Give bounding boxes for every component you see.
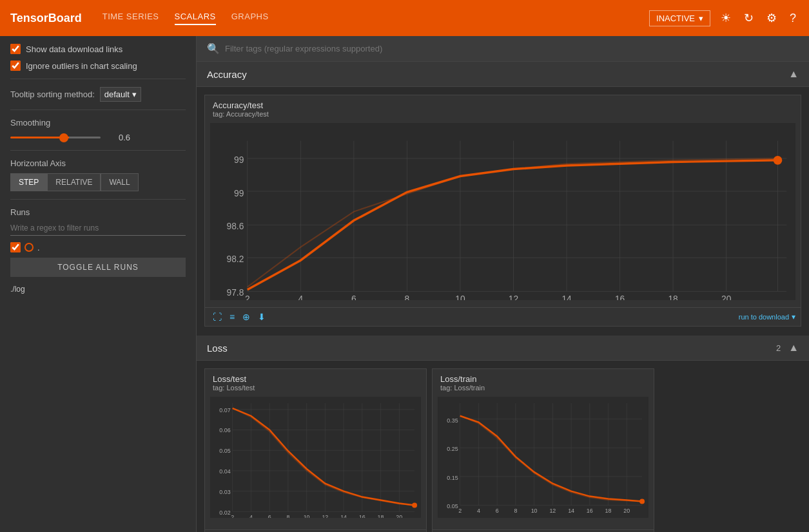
- svg-text:10: 10: [455, 294, 465, 300]
- nav-links: TIME SERIES SCALARS GRAPHS: [102, 12, 629, 25]
- main-content: 🔍 Accuracy ▲ Accuracy/test tag: Accuracy…: [197, 36, 809, 532]
- svg-text:0.25: 0.25: [447, 446, 458, 452]
- svg-text:20: 20: [623, 508, 630, 514]
- accuracy-test-svg: 97.8 98.2 98.6 99 99: [210, 123, 795, 300]
- accuracy-test-tag: tag: Accuracy/test: [213, 110, 793, 118]
- svg-text:14: 14: [340, 514, 347, 518]
- smoothing-label: Smoothing: [10, 118, 186, 128]
- nav-graphs[interactable]: GRAPHS: [231, 12, 269, 25]
- smoothing-slider[interactable]: [10, 137, 101, 138]
- refresh-icon-btn[interactable]: ↻: [741, 8, 756, 28]
- inactive-dropdown[interactable]: INACTIVE ▾: [649, 10, 710, 26]
- toggle-all-runs-btn[interactable]: TOGGLE ALL RUNS: [10, 258, 186, 277]
- svg-text:0.05: 0.05: [219, 448, 230, 454]
- run-item-row: .: [10, 242, 186, 252]
- accuracy-collapse-icon: ▲: [788, 68, 799, 80]
- svg-text:97.8: 97.8: [227, 288, 244, 298]
- download-chevron-icon: ▾: [792, 312, 795, 321]
- run-checkbox[interactable]: [10, 242, 21, 252]
- svg-text:0.35: 0.35: [447, 417, 458, 424]
- svg-text:6: 6: [268, 514, 271, 518]
- svg-text:12: 12: [322, 514, 328, 518]
- accuracy-test-toolbar: ⛶ ≡ ⊕ ⬇ run to download ▾: [205, 307, 801, 326]
- chevron-down-icon: ▾: [699, 14, 703, 23]
- loss-train-title: Loss/train: [440, 374, 646, 384]
- loss-count: 2: [776, 343, 781, 353]
- run-dot-label: .: [37, 243, 40, 252]
- svg-text:0.02: 0.02: [219, 509, 230, 516]
- help-icon-btn[interactable]: ?: [787, 9, 799, 28]
- runs-section: Runs . TOGGLE ALL RUNS ./log: [10, 207, 186, 294]
- show-download-row: Show data download links: [10, 44, 186, 54]
- accuracy-charts-grid: Accuracy/test tag: Accuracy/test 97.8 98…: [197, 87, 809, 334]
- svg-rect-0: [210, 123, 795, 300]
- lines-icon-btn[interactable]: ≡: [227, 310, 237, 323]
- loss-test-tag: tag: Loss/test: [213, 384, 418, 392]
- svg-rect-33: [210, 397, 421, 518]
- svg-text:0.05: 0.05: [447, 504, 458, 510]
- runs-title: Runs: [10, 207, 186, 217]
- svg-text:8: 8: [405, 294, 410, 300]
- loss-train-tag: tag: Loss/train: [440, 384, 646, 392]
- svg-text:20: 20: [721, 294, 732, 300]
- settings-icon-btn[interactable]: ⚙: [764, 8, 779, 28]
- loss-test-header: Loss/test tag: Loss/test: [205, 369, 426, 394]
- svg-text:10: 10: [304, 514, 310, 518]
- fullscreen-icon-btn[interactable]: ⛶: [210, 310, 224, 323]
- tooltip-chevron-icon: ▾: [132, 90, 137, 99]
- loss-section: Loss 2 ▲ Loss/test tag: Loss/test: [197, 336, 809, 532]
- svg-text:18: 18: [378, 514, 384, 518]
- loss-train-toolbar: ⛶ ≡ ⊕ ⬇ run to download ▾: [433, 529, 654, 532]
- loss-charts-grid: Loss/test tag: Loss/test 0.02 0.03 0.04 …: [197, 361, 809, 532]
- svg-text:6: 6: [351, 294, 356, 300]
- nav-time-series[interactable]: TIME SERIES: [102, 12, 159, 25]
- svg-text:8: 8: [514, 508, 517, 514]
- svg-text:0.07: 0.07: [219, 407, 230, 413]
- svg-text:18: 18: [668, 294, 678, 300]
- crosshair-icon-btn[interactable]: ⊕: [240, 310, 253, 323]
- haxis-section: Horizontal Axis STEP RELATIVE WALL: [10, 158, 186, 191]
- accuracy-section: Accuracy ▲ Accuracy/test tag: Accuracy/t…: [197, 62, 809, 334]
- ignore-outliers-label: Ignore outliers in chart scaling: [26, 61, 137, 71]
- svg-text:99: 99: [234, 189, 244, 198]
- svg-text:0.06: 0.06: [219, 428, 230, 434]
- svg-text:99: 99: [234, 155, 244, 165]
- download-icon-btn[interactable]: ⬇: [255, 310, 268, 323]
- accuracy-section-header[interactable]: Accuracy ▲: [197, 62, 809, 87]
- accuracy-title: Accuracy: [207, 69, 247, 80]
- ignore-outliers-checkbox[interactable]: [10, 61, 21, 71]
- runs-filter-input[interactable]: [10, 221, 186, 236]
- haxis-step-btn[interactable]: STEP: [10, 173, 47, 191]
- accuracy-test-body: 97.8 98.2 98.6 99 99: [205, 120, 801, 307]
- brand-logo: TensorBoard: [10, 12, 82, 25]
- svg-text:4: 4: [477, 508, 480, 514]
- haxis-wall-btn[interactable]: WALL: [101, 173, 138, 191]
- tooltip-label: Tooltip sorting method:: [10, 90, 95, 99]
- run-circle-icon: [24, 243, 34, 252]
- accuracy-test-card: Accuracy/test tag: Accuracy/test 97.8 98…: [204, 95, 801, 327]
- svg-text:10: 10: [531, 508, 538, 514]
- loss-train-header: Loss/train tag: Loss/train: [433, 369, 654, 394]
- filter-tags-input[interactable]: [225, 44, 799, 53]
- nav-scalars[interactable]: SCALARS: [175, 12, 216, 25]
- svg-text:2: 2: [245, 294, 250, 300]
- show-download-checkbox[interactable]: [10, 44, 21, 54]
- smoothing-value: 0.6: [107, 133, 130, 142]
- nav-right: INACTIVE ▾ ☀ ↻ ⚙ ?: [649, 8, 799, 28]
- tooltip-select[interactable]: default ▾: [100, 87, 141, 102]
- run-to-download-btn[interactable]: run to download ▾: [739, 312, 795, 321]
- haxis-relative-btn[interactable]: RELATIVE: [47, 173, 101, 191]
- svg-point-22: [774, 156, 783, 165]
- svg-text:0.03: 0.03: [219, 489, 230, 495]
- svg-text:0.15: 0.15: [447, 475, 458, 481]
- svg-text:2: 2: [458, 508, 462, 514]
- filter-bar: 🔍: [197, 36, 809, 62]
- loss-section-header[interactable]: Loss 2 ▲: [197, 336, 809, 361]
- svg-point-86: [639, 499, 645, 504]
- svg-text:6: 6: [496, 508, 499, 514]
- loss-train-svg: 0.05 0.15 0.25 0.35: [438, 397, 648, 518]
- svg-text:4: 4: [249, 514, 253, 518]
- accuracy-test-title: Accuracy/test: [213, 100, 793, 110]
- loss-collapse-icon: ▲: [788, 342, 799, 354]
- brightness-icon-btn[interactable]: ☀: [718, 8, 734, 28]
